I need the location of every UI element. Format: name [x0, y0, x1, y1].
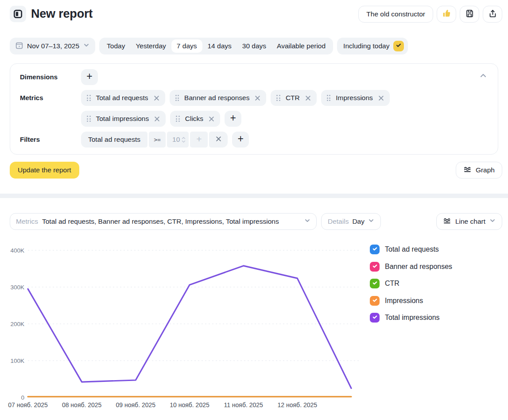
period-option-30-days[interactable]: 30 days — [237, 39, 271, 53]
graph-button-label: Graph — [476, 166, 495, 174]
legend-checkbox[interactable] — [370, 296, 380, 306]
save-button[interactable] — [460, 6, 479, 23]
remove-chip-icon[interactable] — [209, 116, 214, 122]
details-dropdown[interactable]: Details Day — [321, 213, 381, 230]
stepper-arrows-icon[interactable] — [182, 136, 186, 143]
drag-handle-icon[interactable] — [87, 95, 91, 101]
drag-handle-icon[interactable] — [176, 116, 180, 122]
period-option-available-period[interactable]: Available period — [271, 39, 331, 53]
series-line-total-impressions — [28, 266, 351, 388]
legend-checkbox[interactable] — [370, 279, 380, 288]
drag-handle-icon[interactable] — [87, 116, 91, 122]
check-icon — [372, 314, 378, 322]
share-button[interactable] — [483, 6, 502, 23]
y-axis-label: 400K — [10, 247, 24, 254]
period-selector: TodayYesterday7 days14 days30 daysAvaila… — [99, 38, 333, 54]
close-icon — [216, 136, 221, 144]
legend-checkbox[interactable] — [370, 313, 380, 323]
metric-chip-label: Clicks — [185, 115, 203, 123]
chart-metrics-dropdown[interactable]: Metrics Total ad requests, Banner ad res… — [10, 213, 317, 230]
legend-label: Total ad requests — [385, 245, 439, 253]
remove-chip-icon[interactable] — [154, 95, 159, 101]
legend-label: Banner ad responses — [385, 263, 452, 271]
y-axis-label: 100K — [10, 358, 24, 364]
save-icon — [465, 9, 474, 20]
metric-chip-banner-ad-responses[interactable]: Banner ad responses — [170, 90, 267, 106]
legend-item-banner-ad-responses[interactable]: Banner ad responses — [370, 262, 452, 272]
filter-field[interactable]: Total ad requests — [81, 132, 147, 148]
period-option-14-days[interactable]: 14 days — [202, 39, 237, 53]
remove-chip-icon[interactable] — [378, 95, 384, 101]
graph-view-button[interactable]: Graph — [456, 162, 502, 179]
add-filter-condition-button[interactable]: + — [190, 132, 208, 148]
legend-checkbox[interactable] — [370, 245, 380, 254]
filter-value-input[interactable]: 10 — [167, 132, 189, 148]
filter-operator[interactable]: >= — [149, 132, 166, 148]
report-page: New report The old constructor Nov 07–13… — [0, 0, 508, 420]
add-filter-button[interactable]: + — [232, 132, 249, 148]
collapse-panel-button[interactable] — [479, 72, 487, 81]
report-builder-panel: Dimensions + Metrics Total ad requestsBa… — [10, 63, 498, 155]
x-axis-label: 12 нояб. 2025 — [278, 401, 318, 408]
date-range-picker[interactable]: Nov 07–13, 2025 — [10, 38, 95, 54]
header-actions: The old constructor — [358, 6, 502, 23]
check-icon — [372, 263, 378, 271]
report-icon — [10, 6, 26, 22]
calendar-icon — [16, 42, 23, 51]
including-today-toggle[interactable]: Including today — [337, 38, 408, 54]
details-dropdown-label: Details — [328, 218, 349, 226]
thumbs-up-icon — [442, 9, 451, 20]
line-chart-icon — [443, 217, 451, 227]
add-dimension-button[interactable]: + — [81, 69, 98, 85]
line-chart: 0100K200K300K400K07 нояб. 202508 нояб. 2… — [0, 241, 508, 420]
dimensions-row: Dimensions + — [20, 69, 488, 85]
drag-handle-icon[interactable] — [327, 95, 331, 101]
remove-chip-icon[interactable] — [154, 116, 160, 122]
filters-label: Filters — [20, 132, 81, 148]
update-report-button[interactable]: Update the report — [10, 162, 79, 179]
chart-type-dropdown[interactable]: Line chart — [436, 213, 502, 230]
period-option-today[interactable]: Today — [101, 39, 130, 53]
period-option-yesterday[interactable]: Yesterday — [130, 39, 171, 53]
metric-chip-label: Total ad requests — [96, 94, 148, 102]
dimensions-label: Dimensions — [20, 69, 81, 85]
metric-chip-impressions[interactable]: Impressions — [321, 90, 390, 106]
chevron-down-icon — [304, 218, 310, 226]
including-today-checkbox[interactable] — [393, 41, 404, 51]
old-constructor-button[interactable]: The old constructor — [358, 6, 433, 23]
drag-handle-icon[interactable] — [276, 95, 280, 101]
legend-item-total-impressions[interactable]: Total impressions — [370, 313, 452, 323]
drag-handle-icon[interactable] — [175, 95, 179, 101]
like-button[interactable] — [437, 6, 456, 23]
header: New report — [10, 6, 93, 22]
remove-chip-icon[interactable] — [255, 95, 260, 101]
legend-label: Total impressions — [385, 314, 440, 322]
period-option-7-days[interactable]: 7 days — [171, 39, 202, 53]
legend-checkbox[interactable] — [370, 262, 380, 272]
check-icon — [396, 42, 402, 50]
period-controls: Nov 07–13, 2025 TodayYesterday7 days14 d… — [10, 38, 408, 54]
metric-chip-total-impressions[interactable]: Total impressions — [81, 111, 166, 127]
legend-item-ctr[interactable]: CTR — [370, 279, 452, 288]
x-axis-label: 07 нояб. 2025 — [8, 401, 48, 408]
chevron-down-icon — [489, 218, 496, 226]
remove-chip-icon[interactable] — [305, 95, 311, 101]
y-axis-label: 300K — [10, 284, 24, 291]
metric-chip-clicks[interactable]: Clicks — [170, 111, 220, 127]
legend-item-impressions[interactable]: Impressions — [370, 296, 452, 306]
x-axis-label: 11 нояб. 2025 — [224, 401, 263, 408]
chevron-down-icon — [83, 42, 89, 50]
graph-icon — [463, 165, 472, 175]
metric-chips-line-1: Total ad requestsBanner ad responsesCTRI… — [81, 90, 390, 106]
chevron-down-icon — [368, 218, 374, 226]
metric-chip-label: Total impressions — [96, 115, 149, 123]
remove-filter-button[interactable] — [209, 132, 228, 148]
filter-condition: Total ad requests >= 10 + + — [81, 132, 249, 148]
metric-chip-total-ad-requests[interactable]: Total ad requests — [81, 90, 165, 106]
legend-item-total-ad-requests[interactable]: Total ad requests — [370, 245, 452, 254]
metric-chip-ctr[interactable]: CTR — [271, 90, 316, 106]
filters-row: Filters Total ad requests >= 10 + — [20, 132, 488, 148]
metric-chip-label: Banner ad responses — [184, 94, 249, 102]
metric-chips-line-2: Total impressionsClicks+ — [81, 111, 390, 127]
add-metric-button[interactable]: + — [225, 111, 241, 127]
